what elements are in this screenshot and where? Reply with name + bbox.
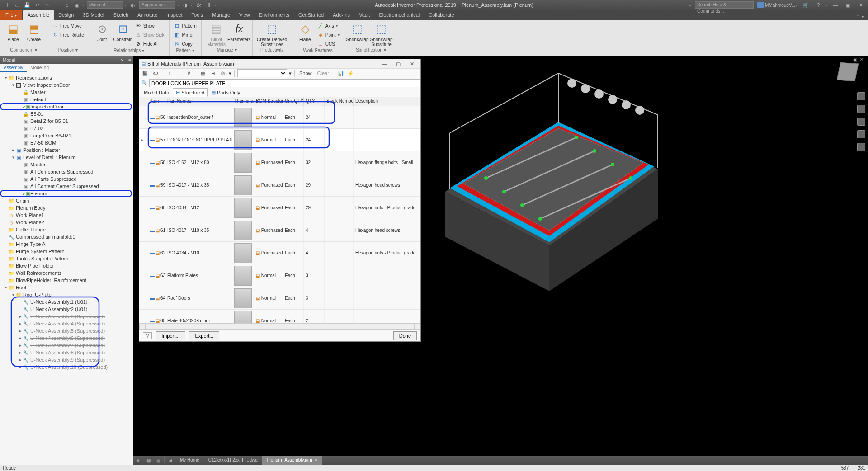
- tab-modeling[interactable]: Modeling: [27, 64, 52, 72]
- restore-icon[interactable]: ▣: [844, 2, 853, 8]
- tree-node[interactable]: ▣All Parts Suppressed: [1, 175, 132, 183]
- tb-expand-icon[interactable]: ⊞: [209, 69, 217, 77]
- pattern-button[interactable]: ⊞Pattern: [173, 22, 198, 30]
- shrinkwrap-button[interactable]: ⬚Shrinkwrap: [348, 22, 367, 47]
- tree-node[interactable]: ✔▣InspectionDoor: [0, 103, 132, 110]
- tree-node[interactable]: 🔧Compressed air manifold:1: [1, 233, 132, 240]
- axis-button[interactable]: ╱Axis ▾: [316, 22, 340, 30]
- doctab-dwg[interactable]: C12xxxx-1F2xx_F....dwg: [204, 456, 262, 465]
- export-button[interactable]: Export...: [189, 331, 219, 340]
- bom-minimize-icon[interactable]: —: [378, 61, 392, 66]
- tb-sort-desc-icon[interactable]: ↓: [175, 69, 183, 77]
- viewcube[interactable]: [836, 61, 859, 83]
- create-button[interactable]: ⬒Create: [24, 22, 43, 42]
- tree-node[interactable]: ◇Work Plane2: [1, 219, 132, 226]
- column-header[interactable]: [139, 97, 148, 106]
- tree-node[interactable]: ▸🔧U-Neck Assembly:6 (Suppressed): [1, 334, 132, 342]
- tab-structured[interactable]: ⊞Structured: [173, 88, 208, 97]
- doctab-tile-icon[interactable]: ▤: [153, 458, 163, 463]
- tree-node[interactable]: ◇Work Plane1: [1, 212, 132, 219]
- vp-close-icon[interactable]: ✕: [860, 57, 863, 62]
- tree-node[interactable]: 🔒B5-01: [1, 110, 132, 118]
- show-button[interactable]: 👁Show: [134, 22, 165, 30]
- bom-button[interactable]: ▤Bill of Materials: [205, 22, 228, 47]
- tree-node[interactable]: ▾▣Level of Detail : Plenum: [1, 154, 132, 161]
- table-row[interactable]: ▬⬓ 65Plate 40x2090x5 mm⬓ NormalEach2: [139, 310, 420, 323]
- tree-node[interactable]: ▸▣Position : Master: [1, 146, 132, 154]
- tree-node[interactable]: 📁Outlet Flange: [1, 226, 132, 233]
- table-row[interactable]: ▸▬⬓ 57DOOR LOCKING UPPER PLATE⬓ NormalEa…: [139, 129, 420, 151]
- tab-model-data[interactable]: Model Data: [141, 89, 172, 96]
- scroll-left-icon[interactable]: [139, 323, 146, 330]
- model-tree[interactable]: ▾📁Representations▾🔲View: InspectionDoor🔒…: [0, 72, 133, 465]
- tree-node[interactable]: 📁Hinge Type A: [1, 240, 132, 248]
- hscroll[interactable]: [146, 323, 414, 330]
- tree-node[interactable]: 📁Blow Pipe Holder: [1, 262, 132, 269]
- redo-icon[interactable]: ↷: [43, 1, 51, 9]
- doctab-list-icon[interactable]: ≡: [133, 458, 143, 463]
- help-icon[interactable]: ?: [814, 2, 823, 8]
- home-icon[interactable]: ⌂: [63, 1, 71, 9]
- tree-node[interactable]: ▸🔧U-Neck Assembly:7 (Suppressed): [1, 342, 132, 349]
- column-header[interactable]: Thumbnail: [232, 97, 254, 106]
- filter-icon[interactable]: 🔍: [139, 80, 149, 86]
- tree-node[interactable]: ▸🔧U-Neck Assembly:3 (Suppressed): [1, 313, 132, 320]
- done-button[interactable]: Done: [393, 331, 417, 340]
- tab-close-icon[interactable]: ✕: [314, 456, 318, 465]
- bom-grid-body[interactable]: ▬⬓ 56InspectionDoor_outer f⬓ NormalEach2…: [139, 106, 420, 323]
- free-move-button[interactable]: ↔Free Move: [51, 22, 85, 30]
- nav-pan-icon[interactable]: [857, 105, 865, 113]
- tree-node[interactable]: ▾📁Roof U-Plate: [1, 291, 132, 298]
- joint-button[interactable]: ⊙Joint: [93, 22, 112, 48]
- mirror-button[interactable]: ◧Mirror: [173, 31, 198, 39]
- panel-close-icon[interactable]: ✕: [120, 58, 126, 63]
- dropdown-arrow-icon[interactable]: ▾: [125, 3, 127, 7]
- tree-node[interactable]: ▣Detal Z for B5-01: [1, 118, 132, 125]
- undo-icon[interactable]: ↶: [33, 1, 41, 9]
- tree-node[interactable]: 🔧U-Neck Assembly:2 (U01): [1, 306, 132, 313]
- tb-health-icon[interactable]: ⚡: [347, 69, 355, 77]
- tree-node[interactable]: ▣Master: [1, 161, 132, 168]
- tree-node[interactable]: ✔▣Plenum: [0, 190, 132, 197]
- file-tab[interactable]: File ▾: [0, 10, 22, 20]
- place-button[interactable]: ⬓Place: [4, 22, 23, 42]
- column-header[interactable]: Item: [148, 97, 165, 106]
- doctab-prev-icon[interactable]: ◀: [165, 458, 175, 463]
- ribbon-tab-collab[interactable]: Collaborate: [424, 10, 458, 20]
- nav-wheel-icon[interactable]: [857, 92, 865, 100]
- help-icon[interactable]: ?: [143, 332, 152, 339]
- ribbon-tab-sketch[interactable]: Sketch: [108, 10, 133, 20]
- ribbon-tab-view[interactable]: View: [235, 10, 255, 20]
- free-rotate-button[interactable]: ↻Free Rotate: [51, 31, 85, 39]
- column-header[interactable]: BOM Structure: [254, 97, 283, 106]
- hide-all-button[interactable]: ⊘Hide All: [134, 40, 165, 48]
- table-row[interactable]: ▬⬓ 56InspectionDoor_outer f⬓ NormalEach2…: [139, 106, 420, 129]
- column-header[interactable]: Part Number: [165, 97, 232, 106]
- tree-node[interactable]: ▣All Components Suppressed: [1, 168, 132, 175]
- tree-node[interactable]: ▸🔧U-Neck Assembly:4 (Suppressed): [1, 320, 132, 327]
- tab-parts-only[interactable]: ▤Parts Only: [208, 89, 243, 96]
- tb-chart-icon[interactable]: 📊: [337, 69, 345, 77]
- tree-node[interactable]: ▾🔲View: InspectionDoor: [1, 81, 132, 89]
- tb-engineers-notebook-icon[interactable]: 📓: [141, 69, 149, 77]
- parameters-button[interactable]: fxParameters: [230, 22, 249, 47]
- ribbon-collapse-icon[interactable]: ⌃ ▾: [853, 14, 868, 20]
- scroll-right-icon[interactable]: [414, 323, 420, 330]
- ribbon-tab-environments[interactable]: Environments: [255, 10, 294, 20]
- tree-node[interactable]: ▣LargeDoor B6-021: [1, 132, 132, 139]
- tree-node[interactable]: ▣B7-50 BOM: [1, 139, 132, 146]
- tb-mass-props-icon[interactable]: ⚖: [219, 69, 227, 77]
- filter-input[interactable]: [149, 79, 420, 87]
- select-icon[interactable]: ▣: [73, 1, 80, 9]
- color-icon[interactable]: ◑: [182, 1, 189, 9]
- dropdown-arrow-icon[interactable]: ▾: [191, 3, 193, 7]
- tb-renumber-icon[interactable]: #: [185, 69, 193, 77]
- tree-node[interactable]: 🔒Master: [1, 89, 132, 96]
- ucs-button[interactable]: ∟UCS: [316, 40, 340, 48]
- tb-add-column-icon[interactable]: ▦: [199, 69, 207, 77]
- tree-node[interactable]: ▾📁Roof: [1, 284, 132, 291]
- ribbon-tab-inspect[interactable]: Inspect: [162, 10, 187, 20]
- table-row[interactable]: ▬⬓ 64Roof Doors⬓ NormalEach3: [139, 287, 420, 310]
- combo-arrow-icon[interactable]: ▾: [289, 71, 292, 76]
- tree-node[interactable]: ▸🔧U-Neck Assembly:9 (Suppressed): [1, 356, 132, 363]
